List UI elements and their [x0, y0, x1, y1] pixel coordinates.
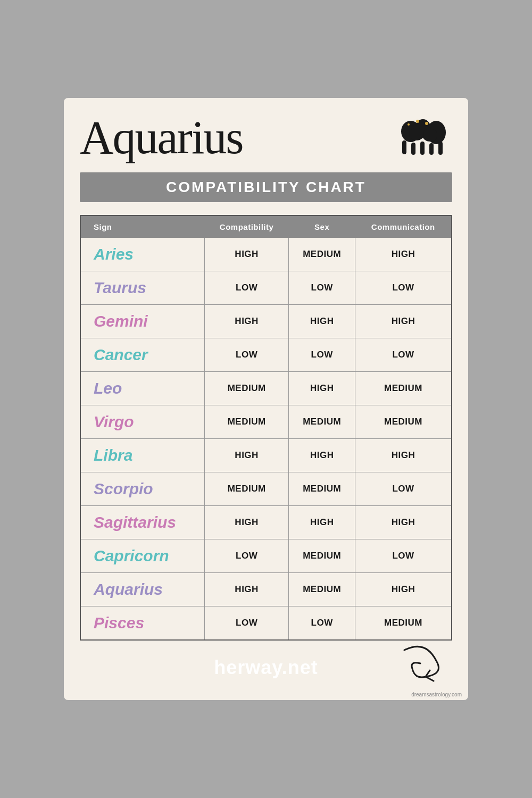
compatibility-value: HIGH	[204, 305, 289, 338]
communication-value: LOW	[355, 539, 452, 573]
sign-cell: Libra	[80, 439, 204, 472]
sex-value: MEDIUM	[289, 539, 355, 573]
communication-value: HIGH	[355, 506, 452, 539]
table-header-row: Sign Compatibility Sex Communication	[80, 215, 452, 238]
sex-value: HIGH	[289, 305, 355, 338]
sign-cell: Scorpio	[80, 472, 204, 506]
compatibility-value: MEDIUM	[204, 372, 289, 405]
sign-cell: Capricorn	[80, 539, 204, 573]
svg-rect-8	[438, 142, 443, 155]
col-header-sign: Sign	[80, 215, 204, 238]
footer-site: herway.net	[214, 656, 318, 679]
svg-rect-9	[429, 143, 434, 155]
communication-value: MEDIUM	[355, 405, 452, 439]
subtitle-banner: COMPATIBILITY CHART	[80, 172, 452, 202]
header: Aquarius	[80, 114, 452, 162]
table-row: TaurusLOWLOWLOW	[80, 271, 452, 305]
col-header-compatibility: Compatibility	[204, 215, 289, 238]
sex-value: HIGH	[289, 439, 355, 472]
communication-value: LOW	[355, 271, 452, 305]
table-row: LeoMEDIUMHIGHMEDIUM	[80, 372, 452, 405]
table-row: AquariusHIGHMEDIUMHIGH	[80, 573, 452, 606]
sign-cell: Aquarius	[80, 573, 204, 606]
table-row: CapricornLOWMEDIUMLOW	[80, 539, 452, 573]
compatibility-value: MEDIUM	[204, 405, 289, 439]
compatibility-value: LOW	[204, 539, 289, 573]
sex-value: LOW	[289, 338, 355, 372]
compatibility-value: LOW	[204, 338, 289, 372]
sign-name-label: Virgo	[89, 413, 134, 430]
sign-cell: Gemini	[80, 305, 204, 338]
table-row: AriesHIGHMEDIUMHIGH	[80, 238, 452, 271]
compatibility-value: HIGH	[204, 439, 289, 472]
communication-value: MEDIUM	[355, 372, 452, 405]
table-row: CancerLOWLOWLOW	[80, 338, 452, 372]
svg-rect-11	[411, 143, 415, 155]
sex-value: MEDIUM	[289, 238, 355, 271]
sex-value: HIGH	[289, 372, 355, 405]
sign-name-label: Gemini	[89, 312, 148, 330]
sign-cell: Leo	[80, 372, 204, 405]
sign-cell: Virgo	[80, 405, 204, 439]
compatibility-value: LOW	[204, 271, 289, 305]
communication-value: LOW	[355, 472, 452, 506]
sign-cell: Taurus	[80, 271, 204, 305]
sex-value: MEDIUM	[289, 573, 355, 606]
communication-value: LOW	[355, 338, 452, 372]
sex-value: LOW	[289, 606, 355, 641]
svg-point-6	[416, 120, 419, 123]
svg-point-3	[422, 129, 437, 142]
aquarius-symbol-icon	[394, 114, 452, 162]
sex-value: HIGH	[289, 506, 355, 539]
doodle-icon	[399, 645, 447, 684]
sign-name-label: Aquarius	[89, 580, 163, 598]
svg-line-13	[426, 677, 434, 681]
compatibility-value: HIGH	[204, 506, 289, 539]
sign-cell: Cancer	[80, 338, 204, 372]
compatibility-value: MEDIUM	[204, 472, 289, 506]
svg-point-5	[425, 122, 428, 125]
table-row: ScorpioMEDIUMMEDIUMLOW	[80, 472, 452, 506]
sign-cell: Aries	[80, 238, 204, 271]
svg-point-7	[408, 123, 410, 126]
table-row: VirgoMEDIUMMEDIUMMEDIUM	[80, 405, 452, 439]
sex-value: MEDIUM	[289, 472, 355, 506]
communication-value: HIGH	[355, 238, 452, 271]
watermark: dreamsastrology.com	[411, 692, 462, 697]
sign-name-label: Capricorn	[89, 547, 169, 564]
col-header-sex: Sex	[289, 215, 355, 238]
sex-value: MEDIUM	[289, 405, 355, 439]
compatibility-value: HIGH	[204, 573, 289, 606]
main-card: Aquarius	[64, 98, 468, 700]
compatibility-value: LOW	[204, 606, 289, 641]
sign-name-label: Leo	[89, 379, 122, 397]
table-row: PiscesLOWLOWMEDIUM	[80, 606, 452, 641]
sex-value: LOW	[289, 271, 355, 305]
svg-rect-10	[420, 142, 425, 155]
svg-point-4	[409, 128, 424, 140]
communication-value: HIGH	[355, 573, 452, 606]
sign-name-label: Scorpio	[89, 480, 153, 497]
col-header-communication: Communication	[355, 215, 452, 238]
communication-value: MEDIUM	[355, 606, 452, 641]
compatibility-table: Sign Compatibility Sex Communication Ari…	[80, 215, 452, 641]
page-title: Aquarius	[80, 114, 243, 161]
table-row: SagittariusHIGHHIGHHIGH	[80, 506, 452, 539]
sign-cell: Sagittarius	[80, 506, 204, 539]
compatibility-value: HIGH	[204, 238, 289, 271]
sign-name-label: Sagittarius	[89, 513, 176, 531]
footer: herway.net	[80, 656, 452, 679]
sign-name-label: Libra	[89, 446, 132, 464]
sign-cell: Pisces	[80, 606, 204, 641]
sign-name-label: Aries	[89, 245, 134, 263]
table-row: GeminiHIGHHIGHHIGH	[80, 305, 452, 338]
svg-rect-12	[402, 140, 406, 154]
communication-value: HIGH	[355, 439, 452, 472]
sign-name-label: Pisces	[89, 614, 144, 631]
sign-name-label: Taurus	[89, 279, 146, 296]
table-row: LibraHIGHHIGHHIGH	[80, 439, 452, 472]
sign-name-label: Cancer	[89, 346, 148, 363]
communication-value: HIGH	[355, 305, 452, 338]
